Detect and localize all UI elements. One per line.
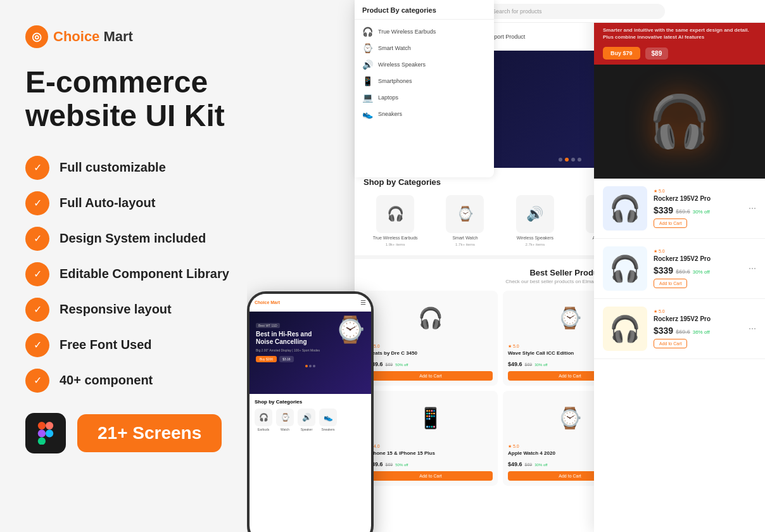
- dot[interactable]: [559, 158, 562, 162]
- add-to-cart-button[interactable]: Add to Cart: [369, 371, 493, 381]
- overlay-item-label: Smartphones: [378, 78, 412, 84]
- mob-dot[interactable]: [313, 365, 315, 367]
- mob-cat-label: Sneakers: [321, 428, 334, 431]
- pd-item-old: $69.6: [676, 208, 690, 215]
- mob-buy-button[interactable]: Buy $206: [256, 356, 277, 362]
- cat-icon: 🔊: [516, 195, 554, 233]
- pd-item-rating: ★ 5.0: [654, 309, 742, 314]
- mobile-inner: Choice Mart ☰ Best WT 11D Best in Hi-Res…: [250, 294, 371, 532]
- pd-item-rating: ★ 5.0: [654, 189, 742, 194]
- brand-choice: Choice: [53, 28, 99, 44]
- heading-line1: E-commerce: [25, 65, 208, 99]
- product-detail-price-row: Buy $79 $89: [603, 47, 756, 60]
- pd-item-image: 🎧: [603, 186, 647, 231]
- overlay-item[interactable]: 🎧 True Wireless Earbuds: [355, 23, 494, 40]
- svg-rect-2: [38, 429, 46, 437]
- item-dots-icon[interactable]: ⋯: [749, 204, 756, 213]
- pd-item-discount: 36% off: [693, 329, 710, 335]
- check-icon: ✓: [25, 262, 49, 286]
- overlay-item[interactable]: ⌚ Smart Watch: [355, 40, 494, 56]
- feature-label: Free Font Used: [60, 338, 152, 352]
- product-discount: 30% off: [534, 463, 547, 467]
- mob-dots: [256, 365, 365, 367]
- mobile-navbar: Choice Mart ☰: [250, 294, 371, 312]
- dot[interactable]: [578, 158, 581, 162]
- search-input-bar[interactable]: 🔍 Search for products: [475, 4, 665, 19]
- cat-name: Smart Watch: [452, 236, 477, 240]
- feature-label: Full Auto-layout: [60, 196, 155, 210]
- category-item[interactable]: 🔊 Wireless Speakers 2.7k+ items: [503, 195, 567, 246]
- pd-item-name: Rockerz 195V2 Pro: [654, 195, 742, 202]
- cat-icon: ⌚: [446, 195, 484, 233]
- categories-overlay-panel: Product By categories 🎧 True Wireless Ea…: [355, 0, 494, 177]
- mob-cat-item[interactable]: 👟 Sneakers: [319, 408, 337, 431]
- product-image: 🎧: [369, 296, 493, 340]
- product-card[interactable]: 📱 ★ 4.0 iPhone 15 & iPhone 15 Plus $39.6…: [364, 391, 498, 486]
- buy-button[interactable]: Buy $79: [603, 47, 640, 60]
- cat-count: 1.7k+ items: [455, 243, 475, 246]
- category-item[interactable]: 🎧 True Wireless Earbuds 1.9k+ items: [364, 195, 427, 246]
- product-discount: 50% off: [395, 363, 408, 367]
- item-dots-icon[interactable]: ⋯: [749, 324, 756, 333]
- check-icon: ✓: [25, 298, 49, 322]
- category-item[interactable]: ⌚ Smart Watch 1.7k+ items: [433, 195, 496, 246]
- overlay-item[interactable]: 👟 Sneakers: [355, 106, 494, 122]
- product-rating: ★ 5.0: [369, 344, 493, 349]
- product-card[interactable]: 🎧 ★ 5.0 Beats by Dre C 3450 $39.6$6950% …: [364, 291, 498, 386]
- cat-ov-icon: 📱: [362, 76, 373, 86]
- pd-item-old: $69.6: [676, 329, 690, 335]
- mob-cat-item[interactable]: 🎧 Earbuds: [255, 408, 272, 431]
- categories-title: Shop by Categories: [364, 177, 441, 187]
- pd-item-old: $69.6: [676, 269, 690, 275]
- svg-point-4: [46, 429, 53, 437]
- pd-item-name: Rockerz 195V2 Pro: [654, 315, 742, 322]
- feature-label: Design System included: [60, 231, 206, 246]
- product-name: iPhone 15 & iPhone 15 Plus: [369, 450, 493, 456]
- screenshots-area: 🔍 Search for products Choice Mart All Ca…: [247, 0, 765, 532]
- pd-item-info: ★ 5.0 Rockerz 195V2 Pro $339$69.636% off…: [654, 309, 742, 348]
- add-to-cart-link[interactable]: Add to Cart: [654, 339, 687, 348]
- overlay-item[interactable]: 💻 Laptops: [355, 89, 494, 106]
- cat-icon: 🎧: [376, 195, 414, 233]
- mob-price: $3.16: [279, 356, 294, 362]
- add-to-cart-button[interactable]: Add to Cart: [369, 471, 493, 481]
- dot-active[interactable]: [565, 158, 569, 162]
- dot[interactable]: [571, 158, 575, 162]
- check-icon: ✓: [25, 369, 49, 393]
- cat-count: 2.7k+ items: [525, 243, 545, 246]
- pd-item-info: ★ 5.0 Rockerz 195V2 Pro $339$69.630% off…: [654, 249, 742, 288]
- product-price: $49.6: [508, 361, 522, 367]
- item-dots-icon[interactable]: ⋯: [749, 264, 756, 273]
- mob-hero-badge: Best WT 11D: [256, 323, 280, 328]
- product-discount: 30% off: [534, 363, 547, 367]
- product-old-price: $69: [386, 462, 393, 467]
- overlay-item-label: True Wireless Earbuds: [378, 28, 436, 35]
- add-to-cart-link[interactable]: Add to Cart: [654, 218, 687, 228]
- mob-dot-active[interactable]: [305, 365, 308, 367]
- feature-label: Full customizable: [60, 160, 166, 175]
- mobile-logo: Choice Mart: [255, 300, 280, 305]
- feature-label: Editable Component Library: [60, 267, 229, 281]
- mob-cat-item[interactable]: 🔊 Speaker: [298, 408, 315, 431]
- add-to-cart-link[interactable]: Add to Cart: [654, 279, 687, 288]
- overlay-item-label: Smart Watch: [378, 45, 411, 51]
- feature-label: Responsive layout: [60, 302, 172, 317]
- mob-cats-row: 🎧 Earbuds ⌚ Watch 🔊 Speaker 👟 Sneakers: [255, 408, 366, 431]
- product-detail-panel: FLASH SALE 7.7.7 Rockerz 558 Smarter and…: [594, 0, 765, 532]
- mob-cat-icon: ⌚: [276, 408, 294, 426]
- heading-line2: website UI Kit: [25, 99, 225, 132]
- mob-cat-label: Watch: [281, 428, 289, 431]
- nav-link-sport[interactable]: Sport Product: [490, 34, 525, 40]
- mobile-menu-icon[interactable]: ☰: [360, 299, 366, 306]
- overlay-item-label: Laptops: [378, 94, 398, 101]
- mob-dot[interactable]: [309, 365, 312, 367]
- overlay-item[interactable]: 📱 Smartphones: [355, 73, 494, 89]
- pd-item-image: 🎧: [603, 307, 647, 351]
- check-icon: ✓: [25, 227, 49, 251]
- mob-cat-item[interactable]: ⌚ Watch: [276, 408, 294, 431]
- overlay-item[interactable]: 🔊 Wireless Speakers: [355, 56, 494, 73]
- product-main-image: 🎧: [594, 65, 765, 179]
- cat-name: Wireless Speakers: [517, 236, 553, 240]
- pd-item-discount: 30% off: [693, 269, 710, 275]
- pd-item-discount: 30% off: [693, 209, 710, 215]
